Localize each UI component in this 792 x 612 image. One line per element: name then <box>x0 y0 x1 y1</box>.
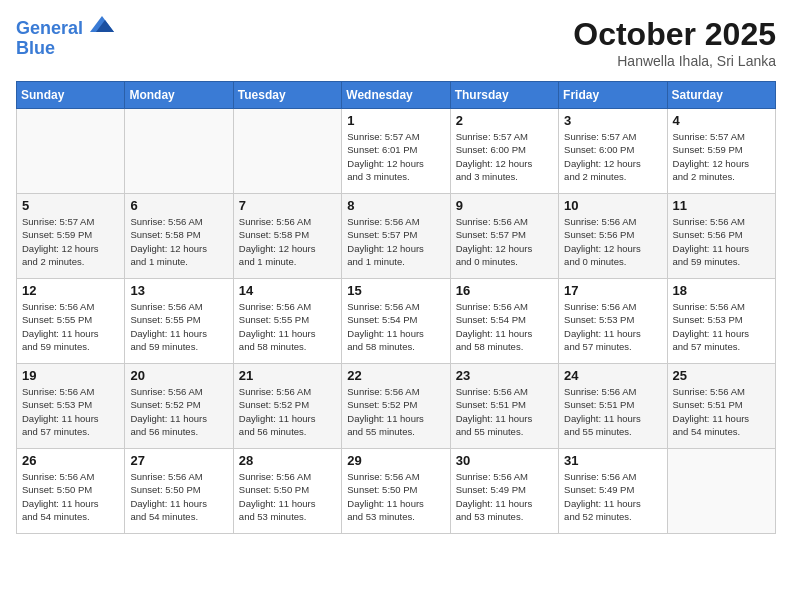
calendar-cell: 10Sunrise: 5:56 AMSunset: 5:56 PMDayligh… <box>559 194 667 279</box>
cell-info: Sunrise: 5:56 AMSunset: 5:50 PMDaylight:… <box>130 470 227 523</box>
logo-general: General <box>16 18 83 38</box>
weekday-header-row: SundayMondayTuesdayWednesdayThursdayFrid… <box>17 82 776 109</box>
cell-info: Sunrise: 5:56 AMSunset: 5:58 PMDaylight:… <box>130 215 227 268</box>
cell-info: Sunrise: 5:56 AMSunset: 5:56 PMDaylight:… <box>673 215 770 268</box>
day-number: 19 <box>22 368 119 383</box>
title-block: October 2025 Hanwella Ihala, Sri Lanka <box>573 16 776 69</box>
cell-info: Sunrise: 5:56 AMSunset: 5:51 PMDaylight:… <box>673 385 770 438</box>
calendar-cell <box>233 109 341 194</box>
calendar-cell: 1Sunrise: 5:57 AMSunset: 6:01 PMDaylight… <box>342 109 450 194</box>
day-number: 21 <box>239 368 336 383</box>
cell-info: Sunrise: 5:56 AMSunset: 5:56 PMDaylight:… <box>564 215 661 268</box>
weekday-header: Saturday <box>667 82 775 109</box>
calendar-cell: 26Sunrise: 5:56 AMSunset: 5:50 PMDayligh… <box>17 449 125 534</box>
calendar-cell: 23Sunrise: 5:56 AMSunset: 5:51 PMDayligh… <box>450 364 558 449</box>
calendar-cell: 22Sunrise: 5:56 AMSunset: 5:52 PMDayligh… <box>342 364 450 449</box>
calendar-week-row: 12Sunrise: 5:56 AMSunset: 5:55 PMDayligh… <box>17 279 776 364</box>
calendar-cell: 2Sunrise: 5:57 AMSunset: 6:00 PMDaylight… <box>450 109 558 194</box>
day-number: 12 <box>22 283 119 298</box>
day-number: 2 <box>456 113 553 128</box>
day-number: 7 <box>239 198 336 213</box>
day-number: 15 <box>347 283 444 298</box>
calendar-cell: 18Sunrise: 5:56 AMSunset: 5:53 PMDayligh… <box>667 279 775 364</box>
day-number: 5 <box>22 198 119 213</box>
calendar-cell: 21Sunrise: 5:56 AMSunset: 5:52 PMDayligh… <box>233 364 341 449</box>
day-number: 26 <box>22 453 119 468</box>
calendar-cell: 29Sunrise: 5:56 AMSunset: 5:50 PMDayligh… <box>342 449 450 534</box>
cell-info: Sunrise: 5:56 AMSunset: 5:55 PMDaylight:… <box>239 300 336 353</box>
cell-info: Sunrise: 5:56 AMSunset: 5:55 PMDaylight:… <box>22 300 119 353</box>
cell-info: Sunrise: 5:56 AMSunset: 5:52 PMDaylight:… <box>239 385 336 438</box>
calendar-cell: 25Sunrise: 5:56 AMSunset: 5:51 PMDayligh… <box>667 364 775 449</box>
weekday-header: Monday <box>125 82 233 109</box>
cell-info: Sunrise: 5:56 AMSunset: 5:52 PMDaylight:… <box>347 385 444 438</box>
calendar-cell: 24Sunrise: 5:56 AMSunset: 5:51 PMDayligh… <box>559 364 667 449</box>
cell-info: Sunrise: 5:56 AMSunset: 5:49 PMDaylight:… <box>456 470 553 523</box>
calendar-cell: 12Sunrise: 5:56 AMSunset: 5:55 PMDayligh… <box>17 279 125 364</box>
logo-icon <box>90 14 114 34</box>
calendar-cell: 3Sunrise: 5:57 AMSunset: 6:00 PMDaylight… <box>559 109 667 194</box>
cell-info: Sunrise: 5:57 AMSunset: 5:59 PMDaylight:… <box>22 215 119 268</box>
cell-info: Sunrise: 5:57 AMSunset: 6:01 PMDaylight:… <box>347 130 444 183</box>
day-number: 13 <box>130 283 227 298</box>
cell-info: Sunrise: 5:56 AMSunset: 5:55 PMDaylight:… <box>130 300 227 353</box>
day-number: 28 <box>239 453 336 468</box>
calendar-cell: 7Sunrise: 5:56 AMSunset: 5:58 PMDaylight… <box>233 194 341 279</box>
cell-info: Sunrise: 5:56 AMSunset: 5:58 PMDaylight:… <box>239 215 336 268</box>
day-number: 29 <box>347 453 444 468</box>
cell-info: Sunrise: 5:56 AMSunset: 5:49 PMDaylight:… <box>564 470 661 523</box>
logo: General Blue <box>16 16 114 59</box>
day-number: 22 <box>347 368 444 383</box>
calendar-cell: 8Sunrise: 5:56 AMSunset: 5:57 PMDaylight… <box>342 194 450 279</box>
month-title: October 2025 <box>573 16 776 53</box>
calendar-cell: 30Sunrise: 5:56 AMSunset: 5:49 PMDayligh… <box>450 449 558 534</box>
cell-info: Sunrise: 5:56 AMSunset: 5:51 PMDaylight:… <box>564 385 661 438</box>
calendar-cell <box>125 109 233 194</box>
day-number: 18 <box>673 283 770 298</box>
cell-info: Sunrise: 5:57 AMSunset: 5:59 PMDaylight:… <box>673 130 770 183</box>
weekday-header: Thursday <box>450 82 558 109</box>
day-number: 16 <box>456 283 553 298</box>
day-number: 17 <box>564 283 661 298</box>
calendar-cell: 28Sunrise: 5:56 AMSunset: 5:50 PMDayligh… <box>233 449 341 534</box>
cell-info: Sunrise: 5:56 AMSunset: 5:54 PMDaylight:… <box>347 300 444 353</box>
calendar-cell: 16Sunrise: 5:56 AMSunset: 5:54 PMDayligh… <box>450 279 558 364</box>
location: Hanwella Ihala, Sri Lanka <box>573 53 776 69</box>
calendar-cell: 13Sunrise: 5:56 AMSunset: 5:55 PMDayligh… <box>125 279 233 364</box>
cell-info: Sunrise: 5:56 AMSunset: 5:53 PMDaylight:… <box>564 300 661 353</box>
cell-info: Sunrise: 5:56 AMSunset: 5:54 PMDaylight:… <box>456 300 553 353</box>
calendar-cell: 9Sunrise: 5:56 AMSunset: 5:57 PMDaylight… <box>450 194 558 279</box>
weekday-header: Wednesday <box>342 82 450 109</box>
day-number: 23 <box>456 368 553 383</box>
calendar-week-row: 5Sunrise: 5:57 AMSunset: 5:59 PMDaylight… <box>17 194 776 279</box>
weekday-header: Tuesday <box>233 82 341 109</box>
calendar-cell: 6Sunrise: 5:56 AMSunset: 5:58 PMDaylight… <box>125 194 233 279</box>
day-number: 20 <box>130 368 227 383</box>
logo-blue: Blue <box>16 38 55 58</box>
day-number: 30 <box>456 453 553 468</box>
weekday-header: Sunday <box>17 82 125 109</box>
calendar-table: SundayMondayTuesdayWednesdayThursdayFrid… <box>16 81 776 534</box>
calendar-cell: 17Sunrise: 5:56 AMSunset: 5:53 PMDayligh… <box>559 279 667 364</box>
calendar-cell: 19Sunrise: 5:56 AMSunset: 5:53 PMDayligh… <box>17 364 125 449</box>
cell-info: Sunrise: 5:56 AMSunset: 5:53 PMDaylight:… <box>22 385 119 438</box>
day-number: 6 <box>130 198 227 213</box>
day-number: 3 <box>564 113 661 128</box>
calendar-cell <box>17 109 125 194</box>
calendar-cell: 27Sunrise: 5:56 AMSunset: 5:50 PMDayligh… <box>125 449 233 534</box>
day-number: 31 <box>564 453 661 468</box>
calendar-cell: 15Sunrise: 5:56 AMSunset: 5:54 PMDayligh… <box>342 279 450 364</box>
day-number: 9 <box>456 198 553 213</box>
cell-info: Sunrise: 5:56 AMSunset: 5:52 PMDaylight:… <box>130 385 227 438</box>
calendar-week-row: 26Sunrise: 5:56 AMSunset: 5:50 PMDayligh… <box>17 449 776 534</box>
calendar-week-row: 1Sunrise: 5:57 AMSunset: 6:01 PMDaylight… <box>17 109 776 194</box>
day-number: 24 <box>564 368 661 383</box>
calendar-week-row: 19Sunrise: 5:56 AMSunset: 5:53 PMDayligh… <box>17 364 776 449</box>
cell-info: Sunrise: 5:56 AMSunset: 5:51 PMDaylight:… <box>456 385 553 438</box>
day-number: 11 <box>673 198 770 213</box>
cell-info: Sunrise: 5:56 AMSunset: 5:50 PMDaylight:… <box>22 470 119 523</box>
weekday-header: Friday <box>559 82 667 109</box>
day-number: 4 <box>673 113 770 128</box>
day-number: 27 <box>130 453 227 468</box>
calendar-cell <box>667 449 775 534</box>
